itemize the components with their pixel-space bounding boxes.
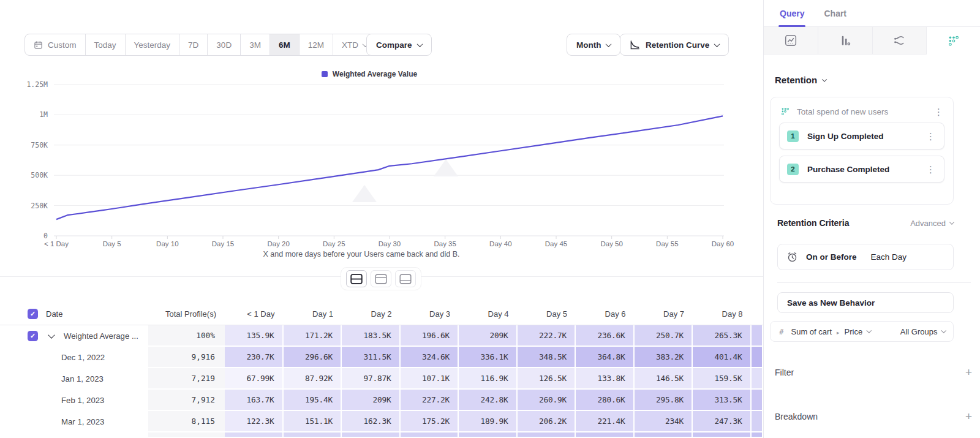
range-yesterday[interactable]: Yesterday bbox=[125, 34, 179, 55]
range-12m[interactable]: 12M bbox=[299, 34, 333, 55]
measure-subproperty[interactable]: Price bbox=[845, 327, 863, 336]
report-type-funnels[interactable] bbox=[818, 27, 873, 55]
row-date-cell bbox=[0, 432, 148, 438]
panel-divider bbox=[777, 282, 971, 283]
column-header: Day 2 bbox=[342, 303, 401, 325]
range-label: Yesterday bbox=[134, 40, 171, 50]
filter-section[interactable]: Filter bbox=[775, 364, 972, 381]
add-filter-icon[interactable] bbox=[965, 366, 972, 379]
range-7d[interactable]: 7D bbox=[179, 34, 207, 55]
retention-value-cell: 67.99K bbox=[225, 368, 284, 390]
breakdown-label: Breakdown bbox=[775, 412, 818, 421]
chart-caption: X and more days before your Users came b… bbox=[0, 250, 723, 259]
all-groups-dropdown[interactable]: All Groups bbox=[900, 327, 945, 336]
add-breakdown-icon[interactable] bbox=[965, 410, 972, 423]
x-axis-tick-label: Day 30 bbox=[379, 240, 401, 247]
kebab-menu-icon[interactable] bbox=[924, 132, 938, 141]
retention-value-cell: 159.5K bbox=[693, 368, 752, 390]
report-type-flows[interactable] bbox=[873, 27, 927, 55]
column-header: Day 5 bbox=[518, 303, 576, 325]
funnels-icon bbox=[839, 34, 852, 47]
criteria-mode-label: Advanced bbox=[910, 219, 946, 228]
retention-value-cell: 162.3K bbox=[342, 411, 401, 432]
retention-value-cell: 151.1K bbox=[284, 411, 342, 432]
retention-criteria-row: Retention Criteria Advanced bbox=[777, 218, 954, 228]
chart-view-toggle[interactable] bbox=[371, 270, 391, 287]
report-section-dropdown[interactable]: Retention bbox=[775, 75, 826, 85]
range-custom[interactable]: Custom bbox=[25, 34, 85, 55]
range-today[interactable]: Today bbox=[85, 34, 125, 55]
criteria-mode-dropdown[interactable]: Advanced bbox=[910, 219, 954, 228]
row-checkbox[interactable] bbox=[28, 331, 38, 341]
retention-value-cell: 227.2K bbox=[401, 390, 459, 411]
date-column-label: Date bbox=[46, 309, 62, 319]
chevron-down-icon[interactable] bbox=[48, 331, 55, 338]
retention-value-cell: 230.7K bbox=[225, 347, 284, 368]
range-30d[interactable]: 30D bbox=[207, 34, 240, 55]
select-all-checkbox[interactable] bbox=[28, 309, 38, 319]
behavior-steps: 1Sign Up Completed2Purchase Completed bbox=[771, 123, 953, 183]
report-type-retention[interactable] bbox=[927, 27, 980, 55]
behavior-header: Total spend of new users bbox=[771, 97, 953, 123]
measure-property[interactable]: Sum of cart bbox=[791, 327, 832, 336]
range-3m[interactable]: 3M bbox=[240, 34, 270, 55]
row-total-cell: 8,115 bbox=[148, 411, 225, 432]
row-date-cell: Jan 1, 2023 bbox=[0, 368, 148, 390]
chart-view-icon bbox=[375, 274, 387, 284]
chevron-down-icon bbox=[949, 219, 954, 224]
retention-value-cell bbox=[576, 432, 635, 438]
column-header: Total Profile(s) bbox=[148, 303, 225, 325]
retention-value-cell: 313.5K bbox=[693, 390, 752, 411]
retention-value-cell: 206.2K bbox=[518, 411, 576, 432]
report-type-insights[interactable] bbox=[764, 27, 818, 55]
behavior-step-1[interactable]: 1Sign Up Completed bbox=[779, 123, 944, 149]
retention-line[interactable] bbox=[56, 116, 723, 219]
retention-value-cell: 87.92K bbox=[284, 368, 342, 390]
range-label: XTD bbox=[342, 40, 358, 50]
retention-value-cell: 135.9K bbox=[225, 325, 284, 347]
chevron-down-icon bbox=[867, 328, 872, 333]
day9-partial-cell bbox=[752, 347, 764, 368]
retention-value-cell: 107.1K bbox=[401, 368, 459, 390]
column-header: Day 4 bbox=[459, 303, 518, 325]
range-label: Today bbox=[94, 40, 116, 50]
split-view-toggle[interactable] bbox=[346, 270, 367, 287]
chart-type-button[interactable]: Retention Curve bbox=[620, 34, 729, 56]
table-view-toggle[interactable] bbox=[395, 270, 416, 287]
retention-value-cell: 222.7K bbox=[518, 325, 576, 347]
retention-value-cell: 336.1K bbox=[459, 347, 518, 368]
retention-icon bbox=[947, 34, 960, 48]
table-row: Dec 1, 20229,916230.7K296.6K311.5K324.6K… bbox=[0, 347, 763, 368]
filter-label: Filter bbox=[775, 368, 794, 377]
watermark-triangle bbox=[434, 159, 458, 176]
retention-value-cell: 295.8K bbox=[635, 390, 693, 411]
alarm-clock-icon bbox=[786, 251, 798, 263]
retention-value-cell: 196.6K bbox=[401, 325, 459, 347]
retention-value-cell: 183.5K bbox=[342, 325, 401, 347]
x-axis-tick-label: Day 5 bbox=[103, 240, 121, 247]
row-date-cell: Weighted Average ... bbox=[0, 325, 148, 347]
retention-value-cell: 175.2K bbox=[401, 411, 459, 432]
step-number-badge: 2 bbox=[787, 164, 799, 175]
chart-type-label: Retention Curve bbox=[646, 40, 709, 50]
step-event-label: Purchase Completed bbox=[807, 165, 915, 174]
row-total-cell: 7,219 bbox=[148, 368, 225, 390]
behavior-step-2[interactable]: 2Purchase Completed bbox=[779, 156, 944, 183]
criteria-timing-card[interactable]: On or Before Each Day bbox=[777, 244, 954, 270]
retention-value-cell bbox=[284, 432, 342, 438]
breakdown-section[interactable]: Breakdown bbox=[775, 408, 972, 425]
save-as-new-behavior-button[interactable]: Save as New Behavior bbox=[777, 292, 954, 313]
row-date-label: Feb 1, 2023 bbox=[61, 396, 104, 405]
tab-query-label: Query bbox=[780, 9, 804, 18]
granularity-button[interactable]: Month bbox=[567, 34, 620, 56]
kebab-menu-icon[interactable] bbox=[932, 107, 946, 116]
tab-chart[interactable]: Chart bbox=[824, 0, 846, 27]
x-axis-tick-label: Day 50 bbox=[600, 240, 622, 247]
retention-value-cell: 311.5K bbox=[342, 347, 401, 368]
range-6m[interactable]: 6M bbox=[270, 34, 299, 55]
compare-button[interactable]: Compare bbox=[366, 34, 432, 56]
date-range-selector: CustomTodayYesterday7D30D3M6M12MXTD bbox=[24, 34, 377, 56]
kebab-menu-icon[interactable] bbox=[924, 165, 938, 174]
tab-query[interactable]: Query bbox=[780, 0, 804, 27]
column-header: Day 8 bbox=[693, 303, 752, 325]
